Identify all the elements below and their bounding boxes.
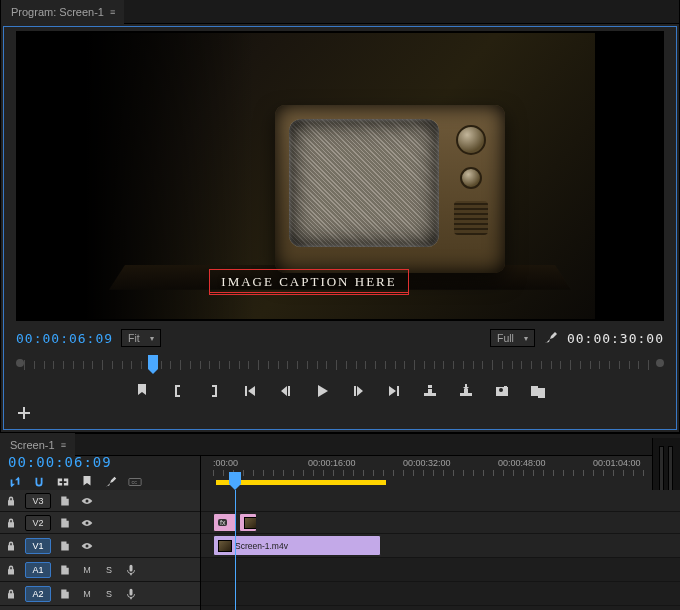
track-target-v2[interactable]: V2	[25, 515, 51, 531]
clip-graphic[interactable]	[239, 513, 257, 532]
clip-video[interactable]: Screen-1.m4v	[213, 535, 381, 556]
nest-toggle-icon[interactable]	[8, 475, 22, 489]
marker-tool-icon[interactable]	[80, 475, 94, 489]
zoom-dropdown[interactable]: Fit ▾	[121, 329, 161, 347]
video-viewport[interactable]: IMAGE CAPTION HERE	[16, 31, 664, 321]
timeline-playhead[interactable]	[229, 472, 241, 484]
mute-button[interactable]: M	[78, 561, 96, 579]
clip-thumb-icon	[218, 540, 232, 552]
program-tab[interactable]: Program: Screen-1 ≡	[1, 0, 124, 24]
goto-out-button[interactable]	[386, 383, 402, 399]
sequence-tab-label: Screen-1	[10, 439, 55, 451]
voiceover-mic-icon[interactable]	[122, 561, 140, 579]
lock-track-icon[interactable]	[2, 561, 20, 579]
tracks-area: V3V2V1A1MSA2MSA3MS fxScreen-1.m4v	[0, 490, 680, 610]
lock-track-icon[interactable]	[2, 537, 20, 555]
export-frame-button[interactable]	[494, 383, 510, 399]
mark-in-button[interactable]	[170, 383, 186, 399]
clip-graphic[interactable]: fx	[213, 513, 237, 532]
voiceover-mic-icon[interactable]	[122, 585, 140, 603]
source-patch-icon[interactable]	[56, 537, 74, 555]
current-timecode[interactable]: 00:00:06:09	[16, 331, 113, 346]
lock-track-icon[interactable]	[2, 514, 20, 532]
program-body: IMAGE CAPTION HERE 00:00:06:09 Fit ▾ Ful…	[3, 26, 677, 430]
chevron-down-icon: ▾	[150, 334, 154, 343]
lock-track-icon[interactable]	[2, 492, 20, 510]
mark-out-button[interactable]	[206, 383, 222, 399]
mute-button[interactable]: M	[78, 585, 96, 603]
transport-bar	[16, 377, 664, 421]
step-forward-button[interactable]	[350, 383, 366, 399]
title-bounding-box[interactable]: IMAGE CAPTION HERE	[209, 269, 409, 295]
snap-icon[interactable]	[32, 475, 46, 489]
fx-badge: fx	[218, 519, 227, 526]
track-lane-a2[interactable]	[201, 582, 680, 606]
chevron-down-icon: ▾	[524, 334, 528, 343]
clip-thumb-icon	[244, 517, 257, 529]
duration-timecode[interactable]: 00:00:30:00	[567, 331, 664, 346]
track-lane-v3[interactable]	[201, 490, 680, 512]
source-patch-icon[interactable]	[56, 561, 74, 579]
step-back-button[interactable]	[278, 383, 294, 399]
track-body[interactable]: fxScreen-1.m4v	[200, 490, 680, 610]
add-marker-button[interactable]	[134, 383, 150, 399]
lock-track-icon[interactable]	[2, 585, 20, 603]
track-lane-v2[interactable]: fx	[201, 512, 680, 534]
toggle-output-eye-icon[interactable]	[78, 537, 96, 555]
panel-menu-icon[interactable]: ≡	[61, 440, 65, 450]
timeline-tools: cc	[8, 472, 192, 492]
program-tab-label: Program: Screen-1	[11, 6, 104, 18]
tv-prop	[275, 105, 505, 273]
panel-menu-icon[interactable]: ≡	[110, 7, 114, 17]
ruler-label: :00:00	[213, 458, 238, 468]
caption-text: IMAGE CAPTION HERE	[221, 274, 396, 290]
svg-text:cc: cc	[132, 479, 138, 485]
track-lane-a3[interactable]	[201, 606, 680, 610]
track-target-a1[interactable]: A1	[25, 562, 51, 578]
source-patch-icon[interactable]	[56, 514, 74, 532]
track-target-a2[interactable]: A2	[25, 586, 51, 602]
ruler-label: 00:00:32:00	[403, 458, 451, 468]
track-target-v1[interactable]: V1	[25, 538, 51, 554]
work-area-bar[interactable]	[216, 480, 386, 485]
monitor-scrub-bar[interactable]	[16, 355, 664, 375]
resolution-dropdown[interactable]: Full ▾	[490, 329, 535, 347]
timeline-settings-icon[interactable]	[104, 475, 118, 489]
time-ruler[interactable]: :00:0000:00:16:0000:00:32:0000:00:48:000…	[200, 456, 680, 490]
ruler-label: 00:01:04:00	[593, 458, 641, 468]
track-lane-v1[interactable]: Screen-1.m4v	[201, 534, 680, 558]
track-lane-a1[interactable]	[201, 558, 680, 582]
button-editor-plus-icon[interactable]	[16, 405, 32, 421]
play-button[interactable]	[314, 383, 330, 399]
timeline-timecode[interactable]: 00:00:06:09	[8, 454, 192, 470]
source-patch-icon[interactable]	[56, 585, 74, 603]
timeline-panel: Screen-1 ≡ 00:00:06:09 cc :00:0000:00:16…	[0, 433, 680, 610]
source-patch-icon[interactable]	[56, 492, 74, 510]
track-target-v3[interactable]: V3	[25, 493, 51, 509]
clip-label: Screen-1.m4v	[235, 541, 288, 551]
ruler-label: 00:00:48:00	[498, 458, 546, 468]
timeline-header: 00:00:06:09 cc :00:0000:00:16:0000:00:32…	[0, 456, 680, 490]
linked-selection-icon[interactable]	[56, 475, 70, 489]
resolution-value: Full	[497, 332, 514, 344]
ruler-label: 00:00:16:00	[308, 458, 356, 468]
goto-in-button[interactable]	[242, 383, 258, 399]
extract-button[interactable]	[458, 383, 474, 399]
captions-icon[interactable]: cc	[128, 475, 142, 489]
comparison-view-button[interactable]	[530, 383, 546, 399]
track-header-v1: V1	[0, 534, 200, 558]
toggle-output-eye-icon[interactable]	[78, 514, 96, 532]
solo-button[interactable]: S	[100, 561, 118, 579]
video-frame: IMAGE CAPTION HERE	[85, 33, 595, 319]
zoom-value: Fit	[128, 332, 140, 344]
program-monitor-panel: Program: Screen-1 ≡ IMAGE CAPTION HERE	[0, 0, 680, 433]
toggle-output-eye-icon[interactable]	[78, 492, 96, 510]
solo-button[interactable]: S	[100, 585, 118, 603]
monitor-playhead[interactable]	[148, 355, 158, 369]
track-header-a3: A3MS	[0, 606, 200, 610]
track-header-a2: A2MS	[0, 582, 200, 606]
settings-wrench-icon[interactable]	[543, 330, 559, 346]
playhead-line[interactable]	[235, 490, 236, 610]
track-header-v2: V2	[0, 512, 200, 534]
lift-button[interactable]	[422, 383, 438, 399]
